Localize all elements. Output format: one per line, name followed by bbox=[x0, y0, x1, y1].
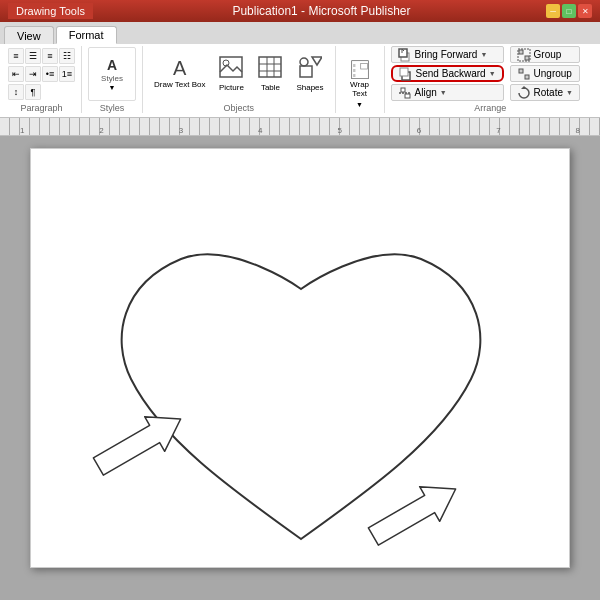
close-button[interactable]: ✕ bbox=[578, 4, 592, 18]
svg-rect-2 bbox=[259, 57, 281, 77]
align-left-button[interactable]: ≡ bbox=[8, 48, 24, 64]
svg-point-9 bbox=[300, 58, 308, 66]
arrange-right-col: Group Ungroup bbox=[510, 46, 580, 101]
justify-button[interactable]: ☷ bbox=[59, 48, 75, 64]
svg-rect-26 bbox=[525, 56, 529, 60]
rotate-button[interactable]: Rotate ▼ bbox=[510, 84, 580, 101]
rotate-arrow: ▼ bbox=[566, 89, 573, 96]
drawing-area bbox=[31, 149, 569, 567]
canvas-area bbox=[0, 136, 600, 600]
ungroup-label: Ungroup bbox=[534, 68, 572, 79]
align-label: Align bbox=[415, 87, 437, 98]
drawing-tools-label: Drawing Tools bbox=[8, 3, 93, 19]
svg-marker-8 bbox=[312, 57, 322, 65]
maximize-button[interactable]: □ bbox=[562, 4, 576, 18]
minimize-button[interactable]: ─ bbox=[546, 4, 560, 18]
horizontal-ruler: 1 2 3 4 5 6 7 8 bbox=[0, 118, 600, 136]
picture-label: Picture bbox=[219, 83, 244, 92]
picture-button[interactable]: Picture bbox=[213, 47, 249, 101]
paragraph-label: Paragraph bbox=[20, 103, 62, 113]
draw-text-box-button[interactable]: A Draw Text Box bbox=[149, 47, 210, 101]
svg-rect-25 bbox=[519, 50, 523, 54]
svg-rect-0 bbox=[220, 57, 242, 77]
title-bar: Drawing Tools Publication1 - Microsoft P… bbox=[0, 0, 600, 22]
decrease-indent-button[interactable]: ⇤ bbox=[8, 66, 24, 82]
arrange-label: Arrange bbox=[474, 103, 506, 113]
wrap-text-group: ≡ ≡ ≡ WrapText ▼ bbox=[338, 46, 385, 113]
rotate-label: Rotate bbox=[534, 87, 563, 98]
bring-forward-button[interactable]: Bring Forward ▼ bbox=[391, 46, 504, 63]
send-backward-button[interactable]: Send Backward ▼ bbox=[391, 65, 504, 82]
align-center-button[interactable]: ☰ bbox=[25, 48, 41, 64]
group-button[interactable]: Group bbox=[510, 46, 580, 63]
bring-forward-label: Bring Forward bbox=[415, 49, 478, 60]
tab-bar: View Format bbox=[0, 22, 600, 44]
svg-rect-13 bbox=[360, 63, 367, 69]
svg-marker-29 bbox=[521, 86, 527, 89]
objects-group: A Draw Text Box Picture bbox=[145, 46, 336, 113]
ungroup-button[interactable]: Ungroup bbox=[510, 65, 580, 82]
tab-view[interactable]: View bbox=[4, 26, 54, 44]
align-arrow: ▼ bbox=[440, 89, 447, 96]
paragraph-marks-button[interactable]: ¶ bbox=[25, 84, 41, 100]
shapes-button[interactable]: Shapes bbox=[291, 47, 328, 101]
svg-text:≡: ≡ bbox=[353, 73, 356, 78]
tab-format[interactable]: Format bbox=[56, 26, 117, 44]
align-button[interactable]: Align ▼ bbox=[391, 84, 504, 101]
arrow-1 bbox=[88, 402, 190, 484]
styles-label: Styles bbox=[100, 103, 125, 113]
group-label: Group bbox=[534, 49, 562, 60]
page bbox=[30, 148, 570, 568]
shapes-label: Shapes bbox=[296, 83, 323, 92]
styles-group: A Styles ▼ Styles bbox=[84, 46, 143, 113]
table-button[interactable]: Table bbox=[252, 47, 288, 101]
ribbon: ≡ ☰ ≡ ☷ ⇤ ⇥ •≡ 1≡ ↕ ¶ bbox=[0, 44, 600, 118]
svg-rect-7 bbox=[300, 66, 312, 77]
svg-rect-22 bbox=[401, 88, 405, 92]
increase-indent-button[interactable]: ⇥ bbox=[25, 66, 41, 82]
table-label: Table bbox=[261, 83, 280, 92]
svg-marker-31 bbox=[363, 472, 465, 554]
numbering-button[interactable]: 1≡ bbox=[59, 66, 75, 82]
svg-rect-20 bbox=[400, 68, 408, 76]
arrow-2 bbox=[363, 472, 465, 554]
styles-button[interactable]: A Styles ▼ bbox=[88, 47, 136, 101]
send-backward-arrow: ▼ bbox=[489, 70, 496, 77]
drawing-svg bbox=[31, 149, 571, 569]
arrange-group: Bring Forward ▼ Send Backward ▼ bbox=[387, 46, 596, 113]
bring-forward-arrow: ▼ bbox=[480, 51, 487, 58]
window-title: Publication1 - Microsoft Publisher bbox=[97, 4, 546, 18]
wrap-text-button[interactable]: ≡ ≡ ≡ WrapText ▼ bbox=[342, 57, 378, 111]
svg-marker-30 bbox=[88, 402, 190, 484]
svg-rect-27 bbox=[519, 69, 523, 73]
svg-rect-28 bbox=[525, 75, 529, 79]
bullets-button[interactable]: •≡ bbox=[42, 66, 58, 82]
objects-label: Objects bbox=[224, 103, 255, 113]
align-right-button[interactable]: ≡ bbox=[42, 48, 58, 64]
arrange-left-col: Bring Forward ▼ Send Backward ▼ bbox=[391, 46, 504, 101]
send-backward-label: Send Backward bbox=[416, 68, 486, 79]
svg-rect-23 bbox=[405, 94, 410, 98]
paragraph-group: ≡ ☰ ≡ ☷ ⇤ ⇥ •≡ 1≡ ↕ ¶ bbox=[4, 46, 82, 113]
line-spacing-button[interactable]: ↕ bbox=[8, 84, 24, 100]
